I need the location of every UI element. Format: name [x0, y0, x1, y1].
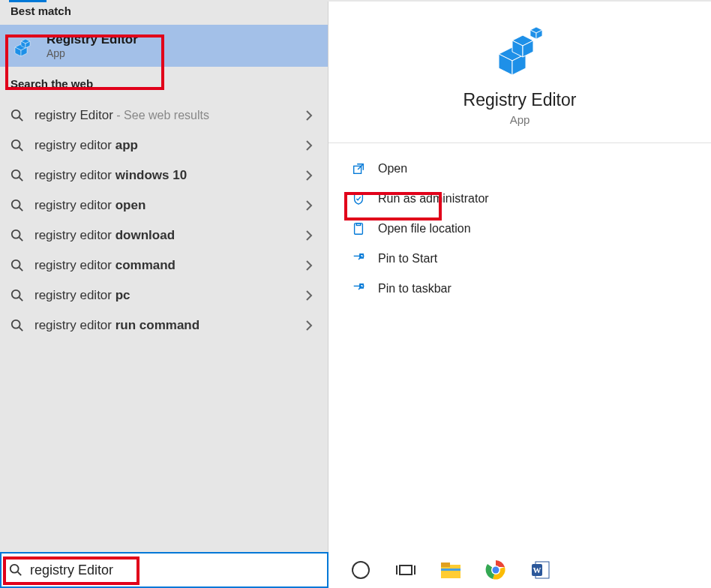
detail-pane: Registry Editor App OpenRun as administr… — [328, 0, 711, 552]
svg-point-21 — [12, 320, 20, 328]
taskbar-cortana-icon[interactable] — [350, 559, 372, 581]
best-match-registry-editor[interactable]: Registry Editor App — [0, 25, 328, 67]
action-pin-to-taskbar[interactable]: Pin to taskbar — [346, 274, 693, 304]
search-box[interactable] — [0, 552, 328, 588]
action-label: Pin to taskbar — [378, 282, 452, 296]
search-icon — [10, 289, 24, 302]
web-result-item[interactable]: registry editor app — [0, 130, 328, 160]
action-run-as-administrator[interactable]: Run as administrator — [346, 184, 693, 214]
web-result-text: registry Editor - See web results — [34, 108, 209, 123]
chevron-right-icon — [305, 140, 313, 152]
svg-point-13 — [12, 200, 20, 208]
taskbar-file-explorer-icon[interactable] — [440, 559, 462, 581]
svg-rect-50 — [441, 568, 460, 571]
svg-line-18 — [20, 268, 23, 272]
search-results-pane: Best match Registry Editor — [0, 0, 328, 552]
svg-point-15 — [12, 230, 20, 238]
svg-point-53 — [493, 567, 500, 574]
svg-marker-6 — [28, 34, 34, 38]
taskbar: W — [0, 552, 711, 588]
chevron-right-icon — [305, 200, 313, 212]
detail-actions: OpenRun as administratorOpen file locati… — [328, 143, 711, 314]
action-pin-to-start[interactable]: Pin to Start — [346, 244, 693, 274]
chevron-right-icon — [305, 260, 313, 272]
web-result-text: registry editor download — [34, 228, 175, 243]
web-result-item[interactable]: registry Editor - See web results — [0, 100, 328, 130]
svg-line-33 — [358, 164, 363, 170]
taskbar-task-view-icon[interactable] — [394, 559, 417, 581]
web-result-item[interactable]: registry editor run command — [0, 310, 328, 340]
svg-text:W: W — [533, 566, 542, 574]
detail-header: Registry Editor App — [328, 0, 711, 143]
svg-line-12 — [20, 178, 23, 182]
svg-point-19 — [12, 290, 20, 298]
taskbar-icons: W — [328, 552, 552, 588]
registry-editor-icon — [10, 32, 38, 59]
svg-line-14 — [20, 208, 23, 212]
svg-line-10 — [20, 148, 23, 152]
search-icon — [10, 199, 24, 212]
svg-point-11 — [12, 170, 20, 178]
web-result-text: registry editor open — [34, 198, 146, 213]
best-match-title: Registry Editor — [46, 32, 138, 47]
web-result-item[interactable]: registry editor command — [0, 250, 328, 280]
taskbar-chrome-icon[interactable] — [484, 559, 507, 581]
svg-line-20 — [20, 298, 23, 302]
open-icon — [351, 161, 366, 176]
search-input[interactable] — [30, 562, 320, 578]
admin-icon — [351, 191, 366, 206]
svg-point-9 — [12, 140, 20, 148]
search-icon — [10, 259, 24, 272]
web-result-item[interactable]: registry editor pc — [0, 280, 328, 310]
pin-start-icon — [351, 251, 366, 266]
best-match-subtitle: App — [46, 47, 138, 59]
chevron-right-icon — [305, 320, 313, 332]
chevron-right-icon — [305, 170, 313, 182]
svg-point-44 — [352, 562, 369, 578]
search-icon — [10, 169, 24, 182]
chevron-right-icon — [305, 230, 313, 242]
web-results-list: registry Editor - See web resultsregistr… — [0, 98, 328, 340]
web-result-item[interactable]: registry editor open — [0, 190, 328, 220]
detail-title: Registry Editor — [464, 90, 577, 110]
action-open[interactable]: Open — [346, 154, 693, 184]
action-label: Run as administrator — [378, 192, 489, 206]
taskbar-word-icon[interactable]: W — [530, 559, 552, 581]
web-result-text: registry editor windows 10 — [34, 168, 187, 183]
chevron-right-icon — [305, 290, 313, 302]
action-label: Open file location — [378, 222, 471, 236]
svg-line-16 — [20, 238, 23, 242]
web-result-item[interactable]: registry editor windows 10 — [0, 160, 328, 190]
svg-line-8 — [20, 118, 23, 122]
svg-rect-49 — [441, 562, 450, 567]
search-web-label: Search the web — [0, 67, 328, 98]
search-icon — [10, 229, 24, 242]
detail-subtitle: App — [510, 113, 530, 126]
svg-line-22 — [20, 328, 23, 332]
pin-taskbar-icon — [351, 281, 366, 296]
svg-point-17 — [12, 260, 20, 268]
svg-rect-35 — [356, 224, 360, 226]
action-open-file-location[interactable]: Open file location — [346, 214, 693, 244]
web-result-text: registry editor command — [34, 258, 176, 273]
folder-icon — [351, 221, 366, 236]
chevron-right-icon — [305, 110, 313, 122]
action-label: Pin to Start — [378, 252, 437, 266]
web-result-text: registry editor app — [34, 138, 138, 153]
svg-rect-45 — [400, 566, 412, 574]
svg-point-7 — [12, 110, 20, 118]
best-match-label: Best match — [0, 0, 328, 25]
search-icon — [10, 319, 24, 332]
search-icon — [9, 563, 22, 577]
svg-point-42 — [10, 565, 19, 573]
search-icon — [10, 139, 24, 152]
registry-editor-large-icon — [490, 21, 550, 81]
search-icon — [10, 109, 24, 122]
web-result-item[interactable]: registry editor download — [0, 220, 328, 250]
action-label: Open — [378, 162, 407, 176]
svg-line-43 — [18, 572, 22, 576]
web-result-text: registry editor run command — [34, 318, 200, 333]
web-result-text: registry editor pc — [34, 288, 130, 303]
